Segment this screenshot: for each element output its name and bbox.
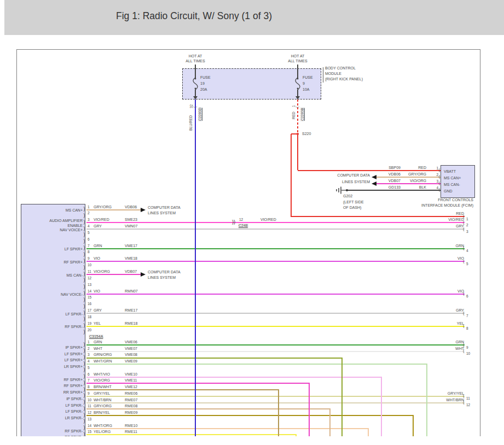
wire-segment — [86, 383, 310, 384]
wire-segment — [86, 408, 331, 409]
pin-bracket: ) — [84, 207, 85, 211]
circuit-label: VME06 — [125, 340, 137, 344]
pin-bracket: ) — [84, 342, 85, 347]
pin-number: 2 — [88, 211, 90, 215]
pin-number: 6 — [88, 372, 90, 377]
pin-bracket: ) — [84, 419, 85, 423]
pin-number: 4 — [88, 359, 90, 364]
circuit-label: VDB06 — [125, 205, 137, 209]
connector-name: C248 — [238, 224, 248, 228]
wire-segment — [341, 358, 343, 437]
circuit-label: RME08 — [125, 404, 137, 408]
wire-segment — [86, 261, 465, 262]
circuit-label: RME11 — [125, 430, 137, 434]
pin-bracket: ) — [84, 432, 85, 436]
pin-number: 11 — [88, 404, 91, 408]
module-pin-label: NAV VOICE- — [0, 292, 83, 297]
circuit-label: VME11 — [125, 378, 137, 383]
circuit-label: VME10 — [125, 372, 137, 377]
pin-number: 12 — [88, 276, 91, 280]
edge-pin-bracket: ( — [463, 259, 464, 264]
pin-number: 10 — [88, 398, 91, 402]
wire-segment — [86, 377, 382, 378]
computer-data-label: LINES SYSTEM — [228, 180, 370, 184]
wire-segment — [86, 326, 465, 327]
wire-segment — [86, 222, 465, 223]
pin-bracket: ) — [84, 361, 85, 366]
wire-color-label: BRN/YEL — [94, 411, 110, 415]
pin-bracket: ) — [84, 406, 85, 411]
pin-number: 3 — [88, 353, 90, 357]
pin-bracket: ) — [84, 393, 85, 397]
circuit-label: VME17 — [125, 244, 137, 248]
edge-pin-number: 10 — [466, 352, 470, 356]
module-pin-label: LF SPKR+ — [0, 247, 83, 251]
pin-number: 7 — [88, 378, 90, 383]
wire-color-label: VIO/RED — [260, 218, 276, 222]
wire-segment — [86, 294, 465, 295]
edge-pin-number: 5 — [466, 262, 468, 266]
feed-stub — [297, 65, 298, 69]
edge-pin-bracket: ( — [463, 324, 464, 328]
wire-color-label: WHT/BRN — [322, 398, 464, 402]
module-pin-label: AUDIO AMPLIFIER — [0, 219, 83, 223]
hot-at-label: ALL TIMES — [265, 59, 331, 63]
fcim-pin-label: MS CAN- — [444, 183, 460, 187]
wire-color-label: GRY/ORG — [94, 205, 112, 209]
circuit-label: RME17 — [125, 308, 137, 313]
pin-bracket: ) — [84, 297, 85, 302]
wire-segment — [413, 415, 414, 436]
connector-bracket: ( — [193, 107, 196, 108]
circuit-label: RME07 — [125, 398, 137, 402]
edge-pin-number: 2 — [466, 223, 468, 227]
red-wire — [297, 134, 298, 170]
fuse-icon — [294, 78, 302, 90]
wire-color-label: GRN/ORG — [94, 353, 112, 357]
fcim-pin-bracket: ( — [439, 168, 441, 172]
module-pin-label: LR SPKR- — [0, 416, 83, 420]
wire-color-label: WHT/VIO — [94, 372, 110, 377]
edge-pin-number: 4 — [466, 249, 468, 253]
edge-pin-bracket: ( — [463, 227, 464, 231]
edge-pin-number: 12 — [466, 403, 470, 407]
edge-pin-number: 6 — [466, 294, 468, 298]
pin-number: 12 — [88, 411, 91, 415]
fcim-name: FRONT CONTROLS — [331, 198, 473, 202]
pin-bracket: ) — [84, 226, 85, 231]
computer-data-label: COMPUTER DATA — [228, 173, 370, 178]
feed-stub — [195, 65, 196, 69]
circuit-label: VDB07 — [125, 270, 137, 274]
wire-color-label: GRN — [322, 244, 464, 248]
edge-pin-number: 11 — [466, 396, 470, 401]
wire-segment — [329, 409, 331, 436]
wire-segment — [86, 274, 141, 275]
pin-number: 14 — [88, 289, 91, 294]
circuit-label: VME18 — [125, 256, 137, 261]
wire-color-label: WHT — [94, 347, 102, 351]
wire-segment — [86, 364, 427, 365]
wire-segment — [86, 209, 141, 210]
pin-bracket: ) — [84, 348, 85, 353]
wire-color-label: VIO/RED — [94, 218, 109, 222]
module-pin-label: RF SPKR+ — [0, 378, 83, 382]
pin-number: 1 — [88, 205, 90, 209]
edge-pin-bracket: ( — [463, 246, 464, 250]
pin-number: 13 — [88, 417, 91, 421]
fuse-name: FUSE — [200, 75, 211, 80]
pin-bracket: ) — [84, 380, 85, 385]
radio-module-box — [21, 204, 85, 437]
wire-segment — [86, 229, 465, 230]
wire-color-label: WHT/ORG — [94, 424, 112, 428]
pin-bracket: ) — [84, 278, 85, 282]
red-wire — [291, 216, 465, 217]
circuit-label: SME23 — [125, 218, 137, 222]
wire-segment — [86, 358, 343, 359]
wire-color-label: GRN — [94, 340, 102, 344]
pin-bracket: ) — [84, 400, 85, 404]
pin-number: 4 — [88, 224, 90, 229]
bcm-label: MODULE — [325, 72, 341, 76]
pin-number: 11 — [88, 270, 91, 274]
module-pin-label: RF SPKR- — [0, 325, 83, 329]
wire-color-label: VIO — [94, 289, 100, 294]
arrow-right-icon — [141, 272, 146, 277]
